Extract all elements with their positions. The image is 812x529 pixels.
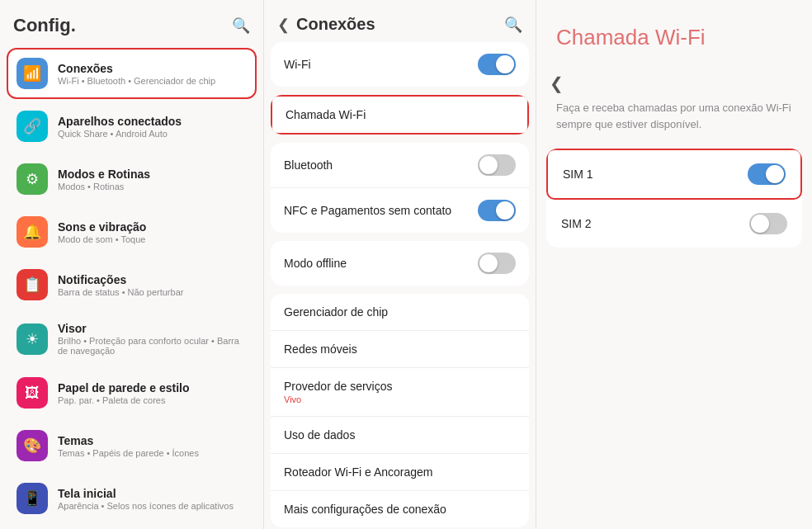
menu-icon-papel: 🖼 [17, 377, 48, 409]
middle-row-0-0[interactable]: Wi-Fi [271, 42, 529, 87]
sidebar-item-modos[interactable]: ⚙ Modos e Rotinas Modos • Rotinas [7, 154, 257, 205]
middle-section-4: Gerenciador de chip Redes móveis Provedo… [271, 294, 529, 527]
middle-section-1: Chamada Wi-Fi [271, 95, 529, 135]
sidebar-item-notificacoes[interactable]: 📋 Notificações Barra de status • Não per… [7, 259, 257, 310]
middle-row-1-0[interactable]: Chamada Wi-Fi [271, 95, 529, 135]
middle-row-4-0[interactable]: Gerenciador de chip [271, 294, 529, 331]
right-toggle-0[interactable] [748, 163, 786, 185]
sidebar-item-tela[interactable]: 📱 Tela inicial Aparência • Selos nos íco… [7, 473, 257, 524]
toggle-2-1[interactable] [478, 200, 516, 221]
middle-row-label-0-0: Wi-Fi [284, 58, 311, 71]
middle-row-4-2[interactable]: Provedor de serviçosVivo [271, 368, 529, 417]
middle-panel: ❮ Conexões 🔍 Wi-Fi Chamada Wi-Fi Bluetoo… [264, 0, 536, 529]
sidebar-item-temas[interactable]: 🎨 Temas Temas • Papéis de parede • Ícone… [7, 420, 257, 471]
middle-header: ❮ Conexões 🔍 [264, 0, 536, 42]
middle-search-button[interactable]: 🔍 [504, 16, 522, 34]
sidebar-item-conexoes[interactable]: 📶 Conexões Wi-Fi • Bluetooth • Gerenciad… [7, 48, 257, 99]
menu-label-sons: Sons e vibração [58, 220, 247, 234]
menu-sub-aparelhos: Quick Share • Android Auto [58, 129, 247, 139]
menu-icon-visor: ☀ [17, 324, 48, 355]
menu-label-notificacoes: Notificações [58, 273, 247, 286]
toggle-3-0[interactable] [478, 253, 516, 274]
middle-list: Wi-Fi Chamada Wi-Fi Bluetooth NFC e Paga… [264, 42, 536, 529]
menu-icon-tela: 📱 [17, 483, 48, 514]
menu-label-temas: Temas [58, 434, 247, 447]
middle-row-4-4[interactable]: Roteador Wi-Fi e Ancoragem [271, 454, 529, 491]
toggle-0-0[interactable] [478, 54, 516, 75]
menu-sub-visor: Brilho • Proteção para conforto ocular •… [58, 336, 247, 356]
middle-row-label-3-0: Modo offline [284, 257, 347, 270]
middle-row-label-4-4: Roteador Wi-Fi e Ancoragem [284, 465, 433, 479]
menu-label-papel: Papel de parede e estilo [58, 381, 247, 394]
sidebar-item-visor[interactable]: ☀ Visor Brilho • Proteção para conforto … [7, 312, 257, 366]
left-search-button[interactable]: 🔍 [232, 17, 250, 35]
left-header: Config. 🔍 [0, 0, 263, 45]
middle-title: Conexões [296, 15, 504, 34]
middle-row-label-4-1: Redes móveis [284, 342, 357, 356]
menu-icon-conexoes: 📶 [17, 58, 48, 89]
middle-row-2-1[interactable]: NFC e Pagamentos sem contato [271, 188, 529, 233]
right-panel: Chamada Wi-Fi ❮ Faça e receba chamadas p… [536, 0, 812, 529]
right-back-button[interactable]: ❮ [536, 67, 812, 100]
menu-sub-conexoes: Wi-Fi • Bluetooth • Gerenciador de chip [58, 76, 247, 86]
right-section: SIM 1 SIM 2 [546, 149, 802, 248]
right-description: Faça e receba chamadas por uma conexão W… [536, 100, 812, 149]
menu-label-modos: Modos e Rotinas [58, 168, 247, 181]
app-title: Config. [13, 15, 76, 36]
middle-section-3: Modo offline [271, 241, 529, 286]
right-row-label-1: SIM 2 [561, 217, 592, 230]
right-row-0[interactable]: SIM 1 [546, 149, 802, 200]
toggle-knob-3-0 [479, 254, 498, 272]
middle-section-2: Bluetooth NFC e Pagamentos sem contato [271, 143, 529, 233]
menu-icon-aparelhos: 🔗 [17, 111, 48, 142]
menu-icon-notificacoes: 📋 [17, 269, 48, 300]
right-main-title: Chamada Wi-Fi [556, 25, 792, 50]
menu-label-visor: Visor [58, 322, 247, 335]
toggle-knob-0-0 [496, 55, 514, 73]
right-toggle-knob-1 [751, 215, 769, 233]
menu-sub-sons: Modo de som • Toque [58, 234, 247, 244]
middle-row-label-4-0: Gerenciador de chip [284, 305, 388, 319]
middle-row-4-3[interactable]: Uso de dados [271, 417, 529, 454]
menu-label-tela: Tela inicial [58, 487, 247, 500]
menu-sub-modos: Modos • Rotinas [58, 182, 247, 191]
middle-row-4-5[interactable]: Mais configurações de conexão [271, 491, 529, 527]
sidebar-item-aparelhos[interactable]: 🔗 Aparelhos conectados Quick Share • And… [7, 101, 257, 152]
middle-row-label-4-3: Uso de dados [284, 428, 355, 442]
middle-row-label-2-0: Bluetooth [284, 158, 333, 172]
right-toggle-1[interactable] [749, 213, 787, 234]
menu-icon-modos: ⚙ [17, 163, 48, 195]
middle-section-0: Wi-Fi [271, 42, 529, 87]
middle-row-label-1-0: Chamada Wi-Fi [286, 108, 366, 121]
menu-sub-papel: Pap. par. • Paleta de cores [58, 395, 247, 405]
menu-sub-tela: Aparência • Selos nos ícones de aplicati… [58, 501, 247, 511]
menu-label-aparelhos: Aparelhos conectados [58, 115, 247, 128]
middle-row-4-1[interactable]: Redes móveis [271, 331, 529, 368]
right-toggle-knob-0 [766, 165, 784, 183]
right-row-1[interactable]: SIM 2 [546, 200, 802, 248]
menu-list: 📶 Conexões Wi-Fi • Bluetooth • Gerenciad… [0, 45, 263, 529]
menu-icon-temas: 🎨 [17, 430, 48, 461]
middle-row-3-0[interactable]: Modo offline [271, 241, 529, 286]
menu-sub-notificacoes: Barra de status • Não perturbar [58, 287, 247, 297]
middle-row-2-0[interactable]: Bluetooth [271, 143, 529, 188]
toggle-knob-2-1 [496, 201, 514, 220]
middle-back-button[interactable]: ❮ [277, 16, 290, 34]
menu-sub-temas: Temas • Papéis de parede • Ícones [58, 448, 247, 458]
middle-row-sub-4-2: Vivo [284, 394, 393, 404]
toggle-knob-2-0 [479, 156, 498, 174]
toggle-2-0[interactable] [478, 154, 516, 176]
menu-label-conexoes: Conexões [58, 62, 247, 75]
right-title-area: Chamada Wi-Fi [536, 0, 812, 67]
menu-icon-sons: 🔔 [17, 216, 48, 248]
right-row-label-0: SIM 1 [563, 168, 593, 181]
sidebar-item-papel[interactable]: 🖼 Papel de parede e estilo Pap. par. • P… [7, 367, 257, 418]
middle-row-label-4-2: Provedor de serviços [284, 380, 393, 393]
middle-row-label-4-5: Mais configurações de conexão [284, 503, 446, 516]
middle-row-label-2-1: NFC e Pagamentos sem contato [284, 204, 451, 217]
left-panel: Config. 🔍 📶 Conexões Wi-Fi • Bluetooth •… [0, 0, 264, 529]
sidebar-item-sons[interactable]: 🔔 Sons e vibração Modo de som • Toque [7, 206, 257, 257]
